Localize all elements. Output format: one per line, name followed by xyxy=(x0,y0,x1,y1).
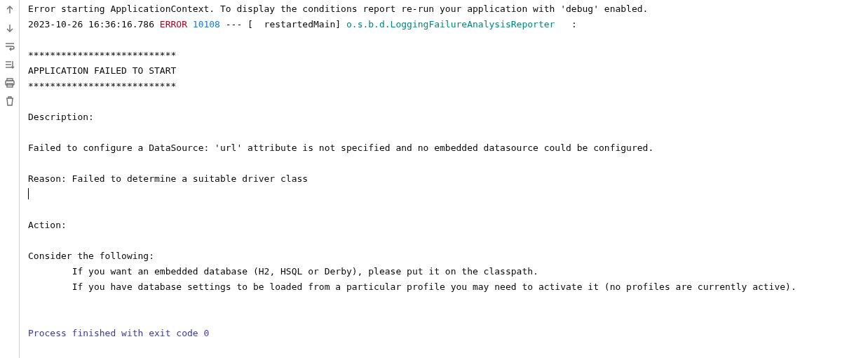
stars: *************************** xyxy=(28,81,176,91)
log-thread: restartedMain xyxy=(253,19,335,29)
description-header: Description: xyxy=(28,112,94,122)
option-2: If you have database settings to be load… xyxy=(28,281,796,292)
log-timestamp: 2023-10-26 16:36:16.786 xyxy=(28,19,154,29)
arrow-up-icon[interactable] xyxy=(3,3,17,17)
log-sep2: ] xyxy=(335,19,346,29)
arrow-down-icon[interactable] xyxy=(3,21,17,35)
log-line: Error starting ApplicationContext. To di… xyxy=(28,4,648,14)
log-logger: o.s.b.d.LoggingFailureAnalysisReporter xyxy=(346,19,566,29)
failed-header: APPLICATION FAILED TO START xyxy=(28,65,176,76)
reason-text: Reason: Failed to determine a suitable d… xyxy=(28,173,308,184)
log-sep: --- [ xyxy=(220,19,253,29)
consider-text: Consider the following: xyxy=(28,251,154,261)
print-icon[interactable] xyxy=(3,76,17,90)
scroll-end-icon[interactable] xyxy=(3,58,17,72)
exit-code: Process finished with exit code 0 xyxy=(28,328,209,338)
soft-wrap-icon[interactable] xyxy=(3,39,17,53)
trash-icon[interactable] xyxy=(3,94,17,108)
log-pid: 10108 xyxy=(193,19,220,29)
stars: *************************** xyxy=(28,50,176,60)
log-level: ERROR xyxy=(160,19,187,29)
description-text: Failed to configure a DataSource: 'url' … xyxy=(28,142,653,153)
action-header: Action: xyxy=(28,220,67,230)
console-output[interactable]: Error starting ApplicationContext. To di… xyxy=(20,0,868,358)
option-1: If you want an embedded database (H2, HS… xyxy=(28,266,538,277)
text-cursor xyxy=(28,188,29,199)
console-toolbar xyxy=(0,0,20,358)
log-colon: : xyxy=(566,19,582,29)
